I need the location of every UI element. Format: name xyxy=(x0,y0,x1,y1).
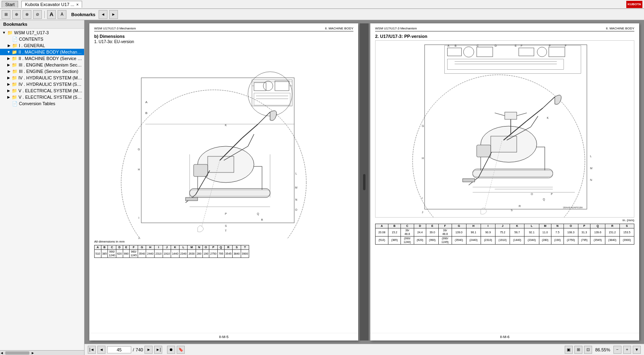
sidebar-item-general[interactable]: ▶ 📁 I . GENERAL xyxy=(0,42,84,49)
toolbar-icon-3[interactable]: ⊗ xyxy=(23,10,31,19)
right-header-right: II. MACHINE BODY xyxy=(606,27,634,30)
sidebar-header: Bookmarks xyxy=(0,20,84,29)
svg-text:L: L xyxy=(295,172,297,175)
left-page-footer: II-M-5 xyxy=(89,333,358,340)
svg-text:N: N xyxy=(590,179,592,181)
tab-start[interactable]: Start xyxy=(2,1,18,8)
next-page-btn[interactable]: ► xyxy=(144,346,153,354)
sidebar-label-eng-svc: III . ENGINE (Service Section) xyxy=(19,69,78,74)
svg-point-43 xyxy=(263,81,273,91)
sidebar-scrollbar-thumb[interactable] xyxy=(5,351,29,355)
font-small-btn[interactable]: A xyxy=(58,10,66,19)
scroll-right-icon[interactable]: ► xyxy=(31,351,35,355)
sidebar-scroll[interactable]: ◄ ► xyxy=(0,350,84,355)
expand-icon-conv xyxy=(6,101,11,106)
sidebar-label-elec-mech: V . ELECTRICAL SYSTEM (Mechan xyxy=(19,88,83,93)
folder-icon-mech: 📁 xyxy=(12,49,17,55)
scroll-left-icon[interactable]: ◄ xyxy=(0,351,4,355)
toolbar-icon-2[interactable]: ⊕ xyxy=(12,10,21,19)
left-diagram-svg: G H I J K L M N O P Q R S xyxy=(94,46,353,239)
svg-text:S: S xyxy=(511,209,513,212)
zoom-in-btn[interactable]: + xyxy=(623,346,631,354)
toolbar-icon-1[interactable]: ⊞ xyxy=(2,10,10,19)
sidebar-label-general: I . GENERAL xyxy=(19,43,45,48)
content-area: WSM U17/U17-3 Mechanism II. MACHINE BODY… xyxy=(85,20,644,355)
left-diagram: G H I J K L M N O P Q R S xyxy=(94,46,353,239)
svg-text:S: S xyxy=(225,224,227,227)
svg-text:M: M xyxy=(590,167,592,170)
svg-rect-40 xyxy=(252,80,292,106)
sidebar-item-root[interactable]: ▼ 📁 WSM U17_U17-3 xyxy=(0,29,84,36)
svg-text:F: F xyxy=(565,44,566,47)
sidebar-item-hyd-mech[interactable]: ▶ 📁 IV . HYDRAULIC SYSTEM (Mechan xyxy=(0,75,84,81)
last-page-btn[interactable]: ►| xyxy=(154,346,162,354)
expand-icon-root: ▼ xyxy=(2,30,6,35)
nav-prev-btn[interactable]: ◄ xyxy=(99,10,107,19)
svg-text:B: B xyxy=(455,44,457,47)
tab-active[interactable]: Kubota Excavator U17 ... × xyxy=(21,1,82,8)
svg-text:K: K xyxy=(547,116,549,119)
svg-line-75 xyxy=(495,113,505,116)
folder-icon-elec-svc: 📁 xyxy=(12,94,17,100)
svg-text:H: H xyxy=(422,157,424,160)
svg-line-24 xyxy=(258,112,270,124)
kubota-logo: KUBOTA xyxy=(626,1,642,8)
svg-rect-27 xyxy=(194,164,208,176)
pages-container: WSM U17/U17-3 Mechanism II. MACHINE BODY… xyxy=(85,20,644,344)
nav-next-btn[interactable]: ► xyxy=(109,10,118,19)
svg-text:O: O xyxy=(295,208,297,211)
svg-text:A: A xyxy=(448,44,450,47)
folder-icon-hyd-svc: 📁 xyxy=(12,81,17,87)
svg-text:Q: Q xyxy=(543,198,545,201)
sidebar-item-contents[interactable]: 📄 CONTENTS xyxy=(0,36,84,42)
zoom-out-btn[interactable]: − xyxy=(613,346,621,354)
sidebar-item-conversion[interactable]: 📄 Conversion Tables xyxy=(0,100,84,107)
svg-text:I: I xyxy=(422,197,423,199)
page-number-input[interactable] xyxy=(107,346,131,353)
sidebar-tree: ▼ 📁 WSM U17_U17-3 📄 CONTENTS ▶ 📁 I . GEN… xyxy=(0,29,84,350)
svg-rect-90 xyxy=(549,47,565,57)
svg-text:I: I xyxy=(138,216,139,219)
svg-point-16 xyxy=(248,72,292,116)
layout-single-btn[interactable]: ▣ xyxy=(565,346,573,354)
svg-text:T: T xyxy=(225,229,227,232)
bottom-right: ▣ ⊞ ⊡ 86.55% − + ▼ xyxy=(565,346,641,354)
folder-icon-eng-mech: 📁 xyxy=(12,62,17,68)
close-icon[interactable]: × xyxy=(76,2,79,7)
sidebar-item-elec-mech[interactable]: ▶ 📁 V . ELECTRICAL SYSTEM (Mechan xyxy=(0,87,84,94)
font-large-btn[interactable]: A xyxy=(47,10,56,19)
expand-icon-eng-mech: ▶ xyxy=(6,62,11,67)
left-page: WSM U17/U17-3 Mechanism II. MACHINE BODY… xyxy=(89,23,358,340)
record-btn[interactable]: ⏺ xyxy=(167,346,175,354)
sidebar-item-engine-mech[interactable]: ▶ 📁 III . ENGINE (Mechanism Section) xyxy=(0,62,84,68)
page-icon-contents: 📄 xyxy=(12,36,18,42)
first-page-btn[interactable]: |◄ xyxy=(88,346,96,354)
fit-page-btn[interactable]: ⊡ xyxy=(584,346,592,354)
sidebar-item-engine-svc[interactable]: ▶ 📁 III . ENGINE (Service Section) xyxy=(0,68,84,75)
sidebar-item-machine-body-mech[interactable]: ▼ 📁 II . MACHINE BODY (Mechanism S xyxy=(0,49,84,55)
expand-icon-mech: ▼ xyxy=(6,50,11,54)
zoom-dropdown-btn[interactable]: ▼ xyxy=(633,346,641,354)
sidebar-item-elec-svc[interactable]: ▶ 📁 V . ELECTRICAL SYSTEM (Service xyxy=(0,94,84,100)
section-1-title: 1. U17-3α: EU-version xyxy=(94,39,353,44)
sidebar-item-hyd-svc[interactable]: ▶ 📁 IV . HYDRAULIC SYSTEM (Service xyxy=(0,81,84,87)
folder-icon-general: 📁 xyxy=(12,43,18,48)
page-divider[interactable] xyxy=(360,23,369,340)
sidebar-item-machine-body-svc[interactable]: ▶ 📁 II . MACHINE BODY (Service Sect xyxy=(0,55,84,62)
section-2-title: 2. U17/U17-3: PP-version xyxy=(375,34,634,39)
toolbar-separator xyxy=(44,11,45,18)
svg-rect-74 xyxy=(505,112,517,119)
prev-page-btn[interactable]: ◄ xyxy=(97,346,105,354)
right-page-footer: II-M-6 xyxy=(370,333,639,340)
page-total: 740 xyxy=(136,347,143,352)
svg-rect-19 xyxy=(190,190,270,196)
toolbar-icon-4[interactable]: ⊘ xyxy=(33,10,42,19)
svg-rect-42 xyxy=(254,83,266,91)
sidebar-label-eng-mech: III . ENGINE (Mechanism Section) xyxy=(19,62,83,67)
expand-icon-hyd-mech: ▶ xyxy=(6,75,11,80)
zoom-level: 86.55% xyxy=(595,347,610,352)
bookmark-btn[interactable]: 🔖 xyxy=(177,346,185,354)
svg-line-76 xyxy=(517,113,527,116)
svg-text:E: E xyxy=(515,44,517,47)
layout-double-btn[interactable]: ⊞ xyxy=(574,346,582,354)
